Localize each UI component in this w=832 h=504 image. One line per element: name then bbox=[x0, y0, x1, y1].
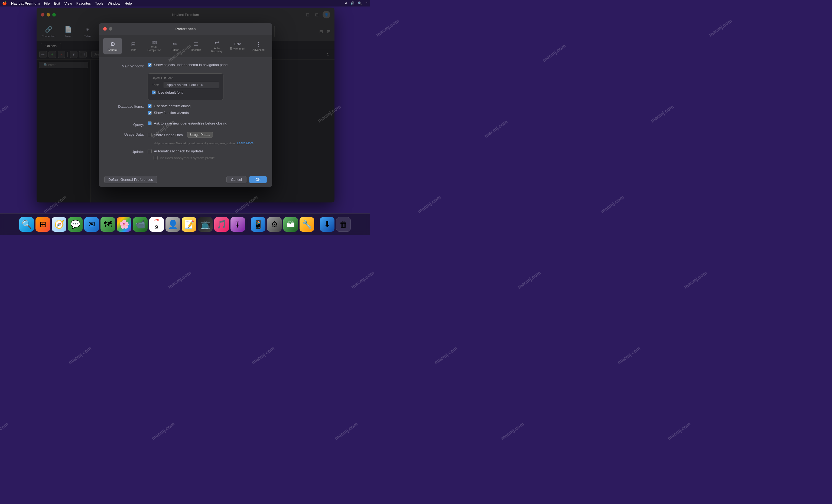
dock-preferences[interactable]: ⚙ bbox=[267, 217, 282, 232]
update-content: Automatically check for updates Includes… bbox=[148, 149, 215, 163]
dock-separator-2 bbox=[317, 219, 317, 230]
pref-close-btn[interactable] bbox=[103, 27, 107, 31]
pref-tab-code-completion[interactable]: ⌨ Code Completion bbox=[145, 37, 163, 54]
ok-btn[interactable]: OK bbox=[249, 176, 267, 183]
cancel-btn[interactable]: Cancel bbox=[227, 176, 246, 183]
menubar-icon-4: ⌃ bbox=[365, 1, 368, 5]
show-function-row: Show function wizards bbox=[148, 111, 191, 115]
preferences-dialog: Preferences ⚙ General ⊟ Tabs ⌨ Code Comp… bbox=[99, 23, 272, 187]
help-menu[interactable]: Help bbox=[125, 1, 132, 5]
dock-mail[interactable]: ✉ bbox=[84, 217, 99, 232]
database-items-label: Database Items: bbox=[110, 104, 148, 109]
dock-calendar[interactable]: JAN 9 bbox=[149, 217, 164, 232]
pref-tab-tabs[interactable]: ⊟ Tabs bbox=[124, 37, 143, 54]
font-group-title: Object List Font bbox=[152, 76, 219, 80]
dock-maps[interactable]: 🗺 bbox=[101, 217, 115, 232]
database-items-row: Database Items: Use safe confirm dialog bbox=[110, 104, 261, 117]
dock-contacts[interactable]: 👤 bbox=[165, 217, 180, 232]
anonymous-label: Includes anonymous system profile bbox=[160, 156, 215, 160]
usage-data-btn[interactable]: Usage Data... bbox=[187, 132, 213, 138]
editor-tab-label: Editor bbox=[172, 49, 179, 51]
ask-save-row: Ask to save new queries/profiles before … bbox=[148, 121, 227, 125]
pref-tab-editor[interactable]: ✏ Editor bbox=[166, 37, 184, 54]
dock-facetime[interactable]: 📹 bbox=[133, 217, 148, 232]
advanced-tab-label: Advanced bbox=[253, 49, 264, 51]
ask-save-label: Ask to save new queries/profiles before … bbox=[154, 121, 227, 125]
ask-save-checkbox[interactable] bbox=[148, 121, 152, 125]
dock-safari[interactable]: 🧭 bbox=[52, 217, 67, 232]
app-menu[interactable]: Navicat Premium bbox=[11, 1, 40, 5]
pref-title: Preferences bbox=[176, 27, 196, 31]
pref-tab-environment[interactable]: ENV Environment bbox=[228, 37, 247, 54]
font-value: .AppleSystemUIFont 12.0 bbox=[166, 83, 203, 87]
general-tab-label: General bbox=[108, 49, 118, 51]
font-group: Object List Font Font: .AppleSystemUIFon… bbox=[148, 73, 224, 100]
show-function-label: Show function wizards bbox=[154, 111, 189, 115]
use-safe-confirm-checkbox[interactable] bbox=[148, 104, 152, 108]
pref-titlebar: Preferences bbox=[99, 23, 272, 35]
apple-menu[interactable]: 🍎 bbox=[2, 1, 7, 5]
pref-footer: Default General Preferences Cancel OK bbox=[99, 172, 272, 187]
dock-downloads[interactable]: ⬇ bbox=[320, 217, 335, 232]
pref-tab-records[interactable]: ☰ Records bbox=[187, 37, 205, 54]
dock-messages[interactable]: 💬 bbox=[68, 217, 83, 232]
anonymous-checkbox[interactable] bbox=[154, 156, 158, 160]
dock-tv[interactable]: 📺 bbox=[198, 217, 213, 232]
main-window-label: Main Window: bbox=[110, 64, 148, 68]
dock-altstore[interactable]: 🔧 bbox=[300, 217, 314, 232]
auto-check-row: Automatically check for updates bbox=[148, 149, 215, 153]
window-menu[interactable]: Window bbox=[108, 1, 120, 5]
environment-icon: ENV bbox=[234, 42, 241, 46]
query-label: Query: bbox=[110, 123, 148, 127]
general-icon: ⚙ bbox=[110, 41, 115, 47]
dock-photos[interactable]: 🌸 bbox=[117, 217, 131, 232]
font-row: Font: .AppleSystemUIFont 12.0 … bbox=[152, 82, 219, 88]
records-icon: ☰ bbox=[193, 41, 199, 47]
default-preferences-btn[interactable]: Default General Preferences bbox=[104, 176, 157, 183]
code-completion-tab-label: Code Completion bbox=[146, 46, 162, 52]
update-label: Update: bbox=[110, 149, 148, 154]
use-default-font-checkbox[interactable] bbox=[152, 90, 156, 95]
code-completion-icon: ⌨ bbox=[152, 40, 157, 45]
share-usage-label: Share Usage Data bbox=[154, 133, 183, 137]
favorites-menu[interactable]: Favorites bbox=[76, 1, 91, 5]
usage-data-row: Usage Data: Share Usage Data Usage Data.… bbox=[110, 132, 261, 145]
edit-menu[interactable]: Edit bbox=[54, 1, 60, 5]
dock-trash[interactable]: 🗑 bbox=[336, 217, 351, 232]
pref-tab-advanced[interactable]: ⋮ Advanced bbox=[249, 37, 268, 54]
calendar-month: JAN bbox=[154, 219, 159, 221]
dock-launchpad[interactable]: ⊞ bbox=[35, 217, 50, 232]
dock-appstore[interactable]: 📱 bbox=[251, 217, 265, 232]
dock-alpine[interactable]: 🏔 bbox=[283, 217, 298, 232]
use-default-font-row: Use default font bbox=[152, 90, 219, 95]
dock-podcasts[interactable]: 🎙 bbox=[231, 217, 245, 232]
dock-separator-1 bbox=[248, 219, 248, 230]
auto-check-checkbox[interactable] bbox=[148, 149, 152, 153]
dock-notes[interactable]: 📝 bbox=[182, 217, 197, 232]
font-label: Font: bbox=[152, 83, 161, 87]
file-menu[interactable]: File bbox=[44, 1, 50, 5]
dock-finder[interactable]: 🔍 bbox=[19, 217, 34, 232]
dock-music[interactable]: 🎵 bbox=[214, 217, 229, 232]
show-function-checkbox[interactable] bbox=[148, 111, 152, 115]
object-list-font-row: Object List Font Font: .AppleSystemUIFon… bbox=[110, 73, 261, 100]
advanced-icon: ⋮ bbox=[256, 41, 261, 47]
usage-data-label: Usage Data: bbox=[110, 132, 148, 136]
menubar-icon-3: 🔍 bbox=[358, 1, 362, 5]
font-dots[interactable]: … bbox=[213, 83, 217, 87]
auto-check-label: Automatically check for updates bbox=[154, 149, 204, 153]
learn-more-link[interactable]: Learn More... bbox=[237, 141, 256, 145]
usage-help-row: Help us improve Navicat by automatically… bbox=[154, 140, 256, 145]
show-objects-checkbox[interactable] bbox=[148, 63, 152, 67]
auto-recovery-tab-label: Auto Recovery bbox=[209, 47, 225, 53]
pref-tab-general[interactable]: ⚙ General bbox=[103, 37, 122, 54]
pref-tab-auto-recovery[interactable]: ↩ Auto Recovery bbox=[207, 37, 226, 54]
tools-menu[interactable]: Tools bbox=[95, 1, 103, 5]
share-usage-checkbox[interactable] bbox=[148, 133, 152, 137]
share-usage-row: Share Usage Data Usage Data... bbox=[148, 132, 256, 138]
records-tab-label: Records bbox=[191, 49, 201, 51]
pref-content: Main Window: Show objects under schema i… bbox=[99, 57, 272, 172]
view-menu[interactable]: View bbox=[64, 1, 72, 5]
pref-minimize-btn[interactable] bbox=[109, 27, 112, 31]
font-value-box[interactable]: .AppleSystemUIFont 12.0 … bbox=[163, 82, 219, 88]
